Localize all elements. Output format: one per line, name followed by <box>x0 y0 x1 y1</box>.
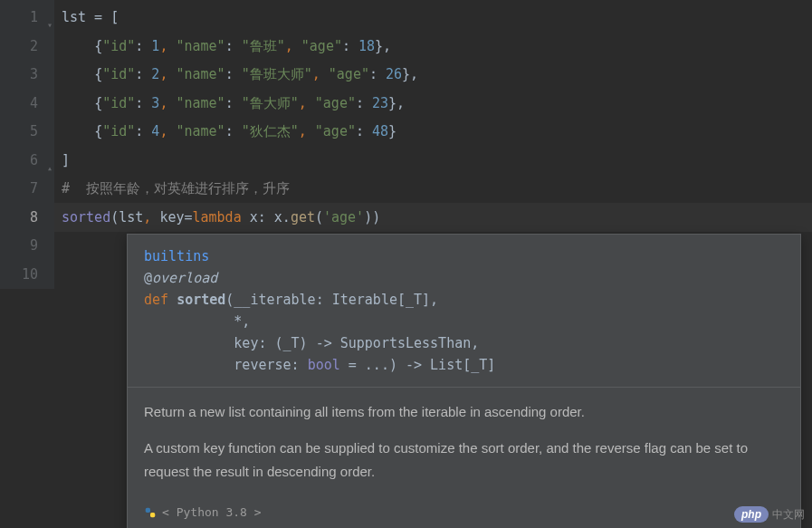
code-line-5[interactable]: {"id": 4, "name": "狄仁杰", "age": 48} <box>54 118 812 147</box>
line-number[interactable]: 6▴ <box>0 147 54 176</box>
line-number-gutter: 1▾ 2 3 4 5 6▴ 7 8 9 10 <box>0 0 54 289</box>
code-line-4[interactable]: {"id": 3, "name": "鲁大师", "age": 23}, <box>54 90 812 119</box>
svg-rect-0 <box>146 507 150 512</box>
watermark-text: 中文网 <box>772 507 805 523</box>
line-number[interactable]: 2 <box>0 33 54 62</box>
code-line-1[interactable]: lst = [ <box>54 4 812 33</box>
documentation-footer: < Python 3.8 > <box>128 505 800 528</box>
line-number[interactable]: 7 <box>0 175 54 204</box>
line-number[interactable]: 9 <box>0 232 54 261</box>
code-line-2[interactable]: {"id": 1, "name": "鲁班", "age": 18}, <box>54 33 812 62</box>
code-line-6[interactable]: ] <box>54 147 812 176</box>
line-number[interactable]: 3 <box>0 61 54 90</box>
doc-paragraph: Return a new list containing all items f… <box>144 400 784 424</box>
module-source: builtins <box>144 248 209 264</box>
python-icon <box>144 506 157 519</box>
svg-rect-1 <box>150 513 155 517</box>
line-number[interactable]: 4 <box>0 90 54 119</box>
documentation-body: Return a new list containing all items f… <box>128 387 800 505</box>
line-number[interactable]: 8 <box>0 204 54 233</box>
code-line-3[interactable]: {"id": 2, "name": "鲁班大师", "age": 26}, <box>54 61 812 90</box>
fold-close-icon[interactable]: ▴ <box>43 154 53 163</box>
doc-paragraph: A custom key function can be supplied to… <box>144 437 784 484</box>
line-number[interactable]: 1▾ <box>0 4 54 33</box>
decorator: overload <box>152 270 217 286</box>
php-badge: php <box>734 506 769 523</box>
line-number[interactable]: 10 <box>0 261 54 290</box>
fold-open-icon[interactable]: ▾ <box>43 11 53 20</box>
python-version: < Python 3.8 > <box>162 505 262 519</box>
line-number[interactable]: 5 <box>0 118 54 147</box>
documentation-popup[interactable]: builtins @overload def sorted(__iterable… <box>127 234 801 528</box>
watermark: php 中文网 <box>734 506 805 523</box>
signature-block: builtins @overload def sorted(__iterable… <box>128 235 800 387</box>
code-line-7[interactable]: # 按照年龄，对英雄进行排序，升序 <box>54 175 812 204</box>
